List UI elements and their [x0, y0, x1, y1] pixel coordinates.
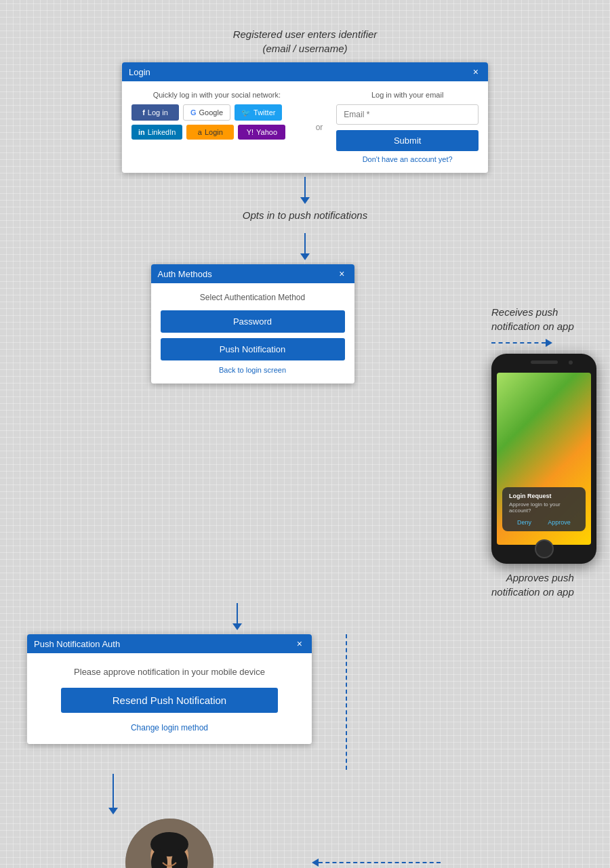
yahoo-btn[interactable]: Y! Yahoo: [238, 125, 285, 140]
twitter-icon: 🐦: [241, 108, 251, 117]
email-label: Log in with your email: [336, 91, 479, 99]
auth-row: Auth Methods × Select Authentication Met…: [14, 264, 596, 599]
arrow-1: [300, 177, 310, 204]
push-dialog-close[interactable]: ×: [294, 638, 305, 649]
amazon-icon: a: [198, 128, 202, 136]
push-dialog-title: Push Notification Auth: [34, 639, 120, 649]
password-btn[interactable]: Password: [161, 310, 345, 333]
no-account-link[interactable]: Don't have an account yet?: [336, 155, 479, 163]
yahoo-icon: Y!: [247, 128, 253, 136]
notif-actions: Deny Approve: [509, 519, 579, 526]
phone-camera: [569, 360, 573, 365]
phone-screen: Login Request Approve login to your acco…: [497, 373, 591, 545]
receives-push-label: Receives pushnotification on app: [491, 305, 574, 333]
login-dialog-header: Login ×: [122, 62, 488, 81]
login-dialog-title: Login: [129, 67, 150, 77]
approve-btn[interactable]: Approve: [548, 519, 571, 526]
auth-dialog-header: Auth Methods ×: [151, 264, 354, 283]
phone-mockup: Login Request Approve login to your acco…: [491, 354, 596, 564]
phone-notification: Login Request Approve login to your acco…: [502, 487, 586, 531]
push-dialog: Push Notification Auth × Please approve …: [27, 634, 312, 744]
arrow-3: [232, 603, 242, 630]
or-divider: or: [309, 91, 330, 163]
arrow-4: [108, 774, 118, 814]
auth-dialog-close[interactable]: ×: [336, 268, 347, 279]
google-icon: G: [190, 108, 197, 117]
email-field[interactable]: [336, 104, 479, 125]
approves-push-label: Approves pushnotification on app: [491, 571, 574, 599]
linkedin-icon: in: [138, 128, 145, 136]
phone-home-btn: [535, 539, 554, 558]
amazon-btn[interactable]: a Login: [186, 125, 234, 140]
push-approve-label: Please approve notification in your mobi…: [38, 667, 301, 677]
push-auth-row: Push Notification Auth × Please approve …: [14, 634, 596, 770]
phone-speaker: [531, 360, 558, 364]
deny-btn[interactable]: Deny: [517, 519, 531, 526]
push-dialog-body: Please approve notification in your mobi…: [27, 653, 312, 744]
change-method-link[interactable]: Change login method: [131, 723, 208, 732]
login-dialog-close[interactable]: ×: [470, 66, 481, 77]
dashed-vertical-right: [346, 634, 347, 770]
dashed-line-h2: [319, 862, 441, 863]
notif-title: Login Request: [509, 493, 579, 499]
auth-dialog-body: Select Authentication Method Password Pu…: [151, 283, 354, 384]
notif-text: Approve login to your account?: [509, 501, 579, 514]
login-dialog-body: Quickly log in with your social network:…: [122, 81, 488, 173]
facebook-btn[interactable]: f Log in: [131, 104, 179, 121]
dashed-line-h1: [491, 342, 546, 344]
avatar-svg: [125, 819, 214, 868]
email-section: Log in with your email Submit Don't have…: [336, 91, 479, 163]
push-notification-btn[interactable]: Push Notification: [161, 338, 345, 360]
social-label: Quickly log in with your social network:: [131, 91, 302, 99]
back-link[interactable]: Back to login screen: [161, 366, 345, 374]
linkedin-btn[interactable]: in LinkedIn: [131, 125, 182, 140]
resend-push-btn[interactable]: Resend Push Notification: [61, 688, 278, 713]
dashed-arrow-left: [312, 859, 319, 867]
user-avatar: [125, 819, 214, 868]
facebook-icon: f: [142, 108, 145, 117]
login-dialog: Login × Quickly log in with your social …: [122, 62, 488, 173]
auth-dialog-title: Auth Methods: [158, 269, 212, 279]
twitter-btn[interactable]: 🐦 Twitter: [235, 104, 282, 121]
auth-select-label: Select Authentication Method: [161, 293, 345, 302]
final-row: [14, 819, 596, 868]
auth-dialog: Auth Methods × Select Authentication Met…: [151, 264, 354, 384]
google-btn[interactable]: G Google: [183, 104, 230, 121]
dashed-arrow-right-1: [546, 339, 552, 347]
submit-btn[interactable]: Submit: [336, 130, 479, 151]
step1-label: Registered user enters identifier (email…: [233, 27, 378, 56]
push-dialog-header: Push Notification Auth ×: [27, 634, 312, 653]
arrow-2: [300, 233, 310, 260]
step2-label: Opts in to push notifications: [243, 208, 367, 222]
